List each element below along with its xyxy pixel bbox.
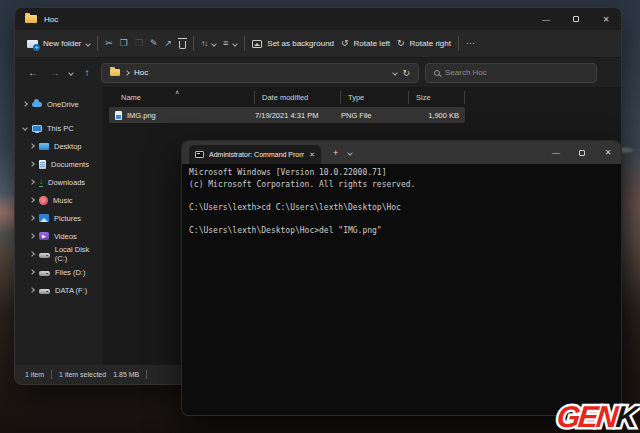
file-row-img-png[interactable]: IMG.png 7/19/2021 4:31 PM PNG File 1,900… xyxy=(109,107,465,123)
disk-icon xyxy=(39,271,50,276)
delete-button[interactable] xyxy=(179,41,186,49)
maximize-button[interactable] xyxy=(561,8,591,30)
file-size-cell: 1,900 KB xyxy=(409,111,465,120)
column-header-date-modified[interactable]: Date modified xyxy=(255,91,341,104)
genk-text: GENK xyxy=(556,400,638,433)
selection-size: 1.85 MB xyxy=(113,371,139,378)
expand-chevron-icon[interactable] xyxy=(29,287,35,293)
sidebar-item-label: Music xyxy=(53,196,73,205)
recent-locations-chevron-icon[interactable] xyxy=(68,70,74,76)
terminal-line: Microsoft Windows [Version 10.0.22000.71… xyxy=(189,168,621,180)
terminal-tab-active[interactable]: Administrator: Command Prom ✕ xyxy=(189,145,321,164)
address-dropdown-chevron-icon[interactable] xyxy=(393,70,399,76)
breadcrumb-folder-name[interactable]: Hoc xyxy=(134,68,148,77)
terminal-maximize-button[interactable] xyxy=(569,141,595,164)
sidebar-item-videos[interactable]: ▶ Videos xyxy=(15,227,103,245)
new-tab-button[interactable]: + xyxy=(333,148,338,158)
sidebar-item-files-d[interactable]: Files (D:) xyxy=(15,263,103,281)
rotate-right-button[interactable]: ↻ Rotate right xyxy=(397,39,451,48)
cut-button[interactable]: ✂ xyxy=(105,39,113,48)
expand-chevron-icon[interactable] xyxy=(22,101,28,107)
terminal-line: (c) Microsoft Corporation. All rights re… xyxy=(189,180,621,192)
sidebar-item-label: This PC xyxy=(47,124,74,133)
navigation-pane: OneDrive This PC Desktop Documents xyxy=(15,87,103,365)
copy-button[interactable]: ❐ xyxy=(120,39,128,48)
sidebar-item-downloads[interactable]: ↓ Downloads xyxy=(15,173,103,191)
png-file-icon xyxy=(115,111,122,120)
sidebar-item-this-pc[interactable]: This PC xyxy=(15,119,103,137)
terminal-minimize-button[interactable]: — xyxy=(543,141,569,164)
terminal-close-button[interactable]: ✕ xyxy=(595,141,621,164)
sidebar-item-label: OneDrive xyxy=(47,100,79,109)
onedrive-cloud-icon xyxy=(32,102,42,107)
terminal-line xyxy=(189,191,621,203)
rotate-left-label: Rotate left xyxy=(354,39,390,48)
maximize-icon xyxy=(579,150,585,156)
rotate-left-button[interactable]: ↺ Rotate left xyxy=(341,39,390,48)
sidebar-item-pictures[interactable]: Pictures xyxy=(15,209,103,227)
file-date-cell: 7/19/2021 4:31 PM xyxy=(255,111,341,120)
tab-dropdown-chevron-icon[interactable] xyxy=(347,150,353,156)
breadcrumb-folder-icon xyxy=(110,69,120,76)
expand-chevron-icon[interactable] xyxy=(29,215,35,221)
share-button[interactable]: ↗ xyxy=(165,39,173,48)
new-folder-icon xyxy=(27,40,38,48)
column-header-size[interactable]: Size xyxy=(409,91,465,104)
sidebar-item-onedrive[interactable]: OneDrive xyxy=(15,95,103,113)
file-name-cell: IMG.png xyxy=(109,111,255,120)
expand-chevron-icon[interactable] xyxy=(29,269,35,275)
close-button[interactable]: ✕ xyxy=(591,8,621,30)
expand-chevron-icon[interactable] xyxy=(29,179,35,185)
status-divider xyxy=(146,370,147,379)
search-input[interactable]: Search Hoc xyxy=(425,63,597,83)
genk-k: K xyxy=(615,400,638,433)
rotate-right-icon: ↻ xyxy=(397,39,405,48)
forward-button[interactable]: → xyxy=(47,67,63,78)
sidebar-item-label: Downloads xyxy=(48,178,85,187)
sidebar-item-desktop[interactable]: Desktop xyxy=(15,137,103,155)
column-header-type[interactable]: Type xyxy=(341,91,409,104)
rename-button[interactable]: ✎ xyxy=(150,39,158,48)
paste-button[interactable]: ❒ xyxy=(135,39,143,48)
music-icon: ♪ xyxy=(39,196,48,205)
sidebar-item-label: Desktop xyxy=(54,142,82,151)
expand-chevron-icon[interactable] xyxy=(29,233,35,239)
window-controls: — ✕ xyxy=(531,8,621,30)
terminal-line: C:\Users\lexth>cd C:\Users\lexth\Desktop… xyxy=(189,203,621,215)
disk-icon xyxy=(39,289,50,294)
address-bar[interactable]: Hoc ↻ xyxy=(101,63,419,83)
sort-button[interactable]: ↑↓ xyxy=(201,39,216,48)
terminal-line: C:\Users\lexth\Desktop\Hoc>del "IMG.png" xyxy=(189,226,621,238)
sidebar-item-local-disk-c[interactable]: Local Disk (C:) xyxy=(15,245,103,263)
expand-chevron-icon[interactable] xyxy=(29,143,35,149)
pictures-icon xyxy=(39,214,49,222)
status-divider xyxy=(51,370,52,379)
view-icon: ≡ xyxy=(223,39,228,48)
expand-chevron-icon[interactable] xyxy=(29,197,35,203)
terminal-window: Administrator: Command Prom ✕ + — ✕ Micr… xyxy=(181,140,622,416)
collapse-chevron-icon[interactable] xyxy=(22,125,28,131)
terminal-output[interactable]: Microsoft Windows [Version 10.0.22000.71… xyxy=(182,164,621,237)
toolbar-divider xyxy=(458,36,459,51)
search-placeholder: Search Hoc xyxy=(445,68,487,77)
explorer-address-row: ← → ↑ Hoc ↻ Search Hoc xyxy=(15,58,621,87)
refresh-button[interactable]: ↻ xyxy=(402,68,410,78)
sidebar-item-data-f[interactable]: DATA (F:) xyxy=(15,281,103,299)
file-name: IMG.png xyxy=(127,111,156,120)
set-as-background-button[interactable]: Set as background xyxy=(252,39,334,48)
cmd-prompt-icon xyxy=(195,151,204,158)
new-folder-button[interactable]: New folder xyxy=(27,39,90,48)
back-button[interactable]: ← xyxy=(25,67,41,78)
sidebar-item-music[interactable]: ♪ Music xyxy=(15,191,103,209)
expand-chevron-icon[interactable] xyxy=(29,161,35,167)
expand-chevron-icon[interactable] xyxy=(29,251,35,257)
videos-icon: ▶ xyxy=(39,232,49,240)
tab-close-icon[interactable]: ✕ xyxy=(309,151,315,159)
sidebar-item-documents[interactable]: Documents xyxy=(15,155,103,173)
view-button[interactable]: ≡ xyxy=(223,39,237,48)
minimize-button[interactable]: — xyxy=(531,8,561,30)
rotate-left-icon: ↺ xyxy=(341,39,349,48)
more-options-button[interactable]: ··· xyxy=(466,39,475,48)
up-button[interactable]: ↑ xyxy=(79,67,95,78)
sidebar-item-label: DATA (F:) xyxy=(55,286,87,295)
